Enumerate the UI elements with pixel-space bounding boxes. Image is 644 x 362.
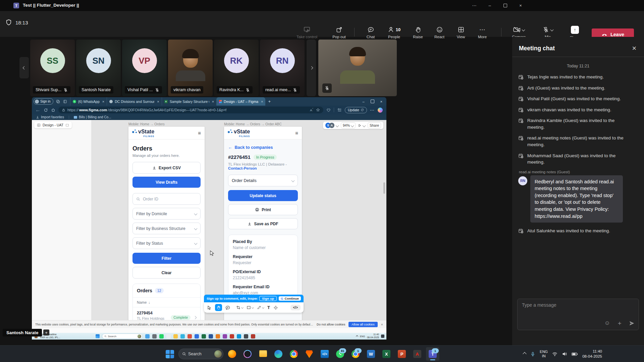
browser-tab-dc-divisions[interactable]: DC Divisions and Surroundings× bbox=[107, 97, 161, 106]
taskbar-chrome[interactable] bbox=[287, 347, 301, 361]
participant-tile[interactable]: SS Shivani Sup... bbox=[30, 40, 75, 96]
tab-close-icon[interactable]: × bbox=[212, 100, 214, 104]
refresh-icon[interactable] bbox=[44, 108, 48, 112]
home-icon[interactable] bbox=[51, 108, 55, 112]
text-tool-icon[interactable]: T bbox=[267, 305, 270, 310]
scroll-participants-right-button[interactable] bbox=[307, 40, 316, 96]
back-icon[interactable]: ← bbox=[35, 107, 41, 113]
taskbar-firefox[interactable] bbox=[225, 347, 239, 361]
taskbar-edge[interactable] bbox=[272, 347, 285, 361]
participant-tile[interactable]: VP Vishal Patil ... bbox=[122, 40, 167, 96]
pop-out-button[interactable]: Pop out bbox=[328, 26, 350, 39]
print-button[interactable]: Print bbox=[228, 204, 298, 215]
tray-chevron-icon[interactable] bbox=[356, 335, 358, 337]
shape-tool-icon[interactable] bbox=[247, 305, 254, 310]
cookie-close-icon[interactable]: × bbox=[381, 322, 383, 326]
canvas-scrollbar[interactable] bbox=[383, 182, 385, 194]
filter-status-dropdown[interactable]: Filter by Status bbox=[132, 237, 201, 249]
browser-maximize-button[interactable] bbox=[371, 100, 374, 103]
battery-icon[interactable] bbox=[572, 352, 578, 356]
move-tool-icon[interactable] bbox=[207, 305, 212, 310]
start-button[interactable] bbox=[163, 347, 176, 361]
contact-person-link[interactable]: Contact-Person bbox=[228, 166, 257, 170]
taskbar-teams[interactable]: T 1 bbox=[426, 347, 439, 361]
chat-message[interactable]: RN Redberyl and Santosh added read.ai me… bbox=[518, 175, 638, 223]
figma-signup-button[interactable]: Sign up bbox=[259, 296, 277, 301]
chat-close-icon[interactable]: ✕ bbox=[632, 45, 637, 52]
figma-document-chip[interactable]: Design - UAT bbox=[34, 122, 72, 128]
new-tab-button[interactable]: + bbox=[268, 99, 271, 104]
sort-desc-icon[interactable]: ↓ bbox=[148, 300, 150, 304]
view-drafts-button[interactable]: View Drafts bbox=[132, 177, 201, 188]
taskbar-acrobat[interactable]: A bbox=[411, 347, 424, 361]
read-aloud-icon[interactable]: Aᐟ bbox=[310, 108, 313, 112]
titlebar-more-button[interactable]: ⋯ bbox=[469, 1, 480, 9]
zoom-dropdown[interactable]: 94% bbox=[341, 122, 356, 128]
row-chevron-icon[interactable] bbox=[194, 316, 197, 319]
browser-tab-whatsapp[interactable]: (6) WhatsApp× bbox=[70, 97, 107, 106]
tab-actions-icon[interactable] bbox=[56, 99, 60, 104]
present-button[interactable] bbox=[358, 124, 365, 127]
pen-tool-icon[interactable] bbox=[257, 305, 264, 310]
frame-tool-icon[interactable] bbox=[236, 305, 243, 310]
taskbar-file-explorer[interactable] bbox=[256, 347, 270, 361]
hand-tool-icon[interactable] bbox=[215, 304, 222, 311]
participant-tile[interactable]: vikram chavan bbox=[168, 40, 213, 96]
view-button[interactable]: View bbox=[451, 26, 470, 39]
save-as-pdf-button[interactable]: Save as PDF bbox=[228, 218, 298, 229]
minimize-button[interactable]: – bbox=[484, 1, 495, 9]
start-icon[interactable] bbox=[96, 334, 100, 338]
google-continue-button[interactable]: GContinue bbox=[279, 296, 301, 301]
tab-close-icon[interactable]: × bbox=[102, 100, 104, 104]
notifications-icon[interactable] bbox=[381, 335, 384, 338]
filter-button[interactable]: Filter bbox=[132, 253, 201, 264]
figma-menu-icon[interactable] bbox=[37, 123, 41, 127]
collaborator-avatars[interactable]: S A bbox=[325, 123, 338, 128]
avatars-chevron-icon[interactable] bbox=[336, 124, 339, 127]
participant-tile[interactable]: RN read.ai mee... bbox=[260, 40, 305, 96]
comment-tool-icon[interactable] bbox=[225, 305, 230, 310]
people-button[interactable]: 10 People bbox=[382, 26, 406, 39]
tray-chevron-icon[interactable] bbox=[523, 352, 527, 356]
browser-essentials-icon[interactable] bbox=[326, 108, 331, 112]
clear-button[interactable]: Clear bbox=[132, 267, 201, 279]
taskbar-search-box[interactable]: Search bbox=[178, 349, 223, 359]
favorite-star-icon[interactable] bbox=[316, 108, 320, 112]
order-details-dropdown[interactable]: Order Details bbox=[228, 175, 298, 186]
figma-share-button[interactable]: Share bbox=[368, 122, 381, 128]
workspaces-icon[interactable] bbox=[63, 99, 67, 104]
hamburger-menu-icon[interactable]: ≡ bbox=[198, 130, 201, 136]
figma-canvas[interactable]: Design - UAT S A 94% Share Mobile: Home … bbox=[32, 120, 386, 333]
wifi-icon[interactable] bbox=[552, 351, 557, 357]
maximize-button[interactable] bbox=[499, 1, 511, 9]
tab-close-icon[interactable]: × bbox=[157, 100, 159, 104]
taskbar-whatsapp[interactable]: 81 bbox=[333, 347, 347, 361]
mic-options-chevron-icon[interactable] bbox=[550, 28, 553, 31]
favorites-bar-icon[interactable] bbox=[337, 108, 342, 112]
clock[interactable]: 11:4008-04-2025 bbox=[582, 349, 602, 359]
taskbar-excel[interactable]: X bbox=[380, 347, 393, 361]
browser-menu-icon[interactable]: ⋯ bbox=[370, 108, 375, 113]
browser-tab-salary-sheet[interactable]: x Sample Salary Structure with calc× bbox=[162, 97, 216, 106]
more-button[interactable]: ⋯ More bbox=[473, 26, 492, 39]
browser-tab-figma-active[interactable]: Design - UAT – Figma× bbox=[216, 97, 265, 106]
url-field[interactable]: https://www.figma.com/design/9BKQ0FOHRWa… bbox=[58, 107, 323, 113]
deny-cookies-button[interactable]: Do not allow cookies bbox=[317, 323, 345, 326]
camera-options-chevron-icon[interactable] bbox=[522, 28, 525, 31]
tray-mic-icon[interactable] bbox=[530, 352, 535, 357]
import-favorites-button[interactable]: Import favorites bbox=[36, 115, 64, 119]
participant-tile[interactable]: RK Ravindra K... bbox=[214, 40, 259, 96]
layout-columns-icon[interactable] bbox=[65, 123, 69, 127]
browser-minimize-button[interactable]: – bbox=[362, 100, 364, 104]
name-column-header[interactable]: Name bbox=[137, 300, 147, 304]
attach-plus-icon[interactable]: ＋ bbox=[616, 319, 623, 327]
update-status-button[interactable]: Update status bbox=[228, 190, 298, 201]
export-csv-button[interactable]: Export CSV bbox=[132, 162, 201, 174]
copilot-icon[interactable] bbox=[378, 108, 383, 113]
spotlight-participant-tile[interactable] bbox=[318, 40, 397, 96]
chat-button[interactable]: Chat bbox=[362, 26, 380, 39]
dev-mode-toggle[interactable]: </> bbox=[290, 305, 301, 310]
volume-icon[interactable] bbox=[562, 351, 567, 357]
actions-tool-icon[interactable] bbox=[273, 305, 278, 310]
taskbar-copilot[interactable] bbox=[241, 347, 254, 361]
